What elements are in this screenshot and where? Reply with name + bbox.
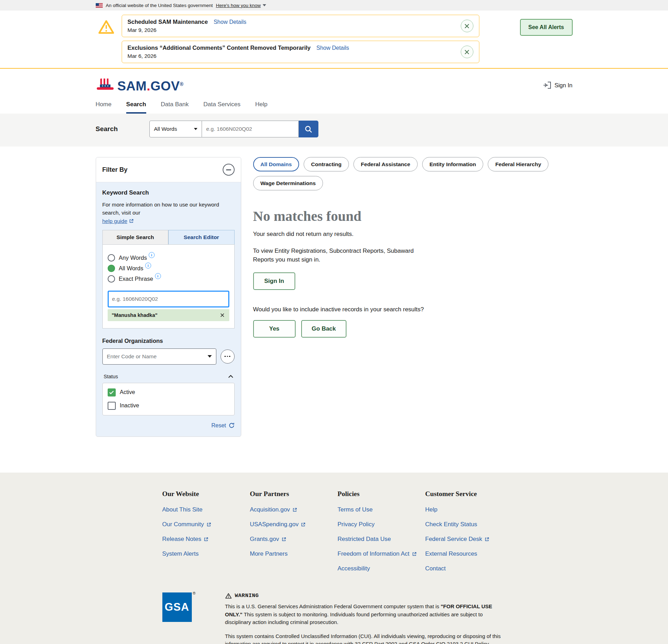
main-content: Filter By Keyword Search For more inform… — [96, 147, 573, 473]
alert-close-button[interactable] — [461, 20, 473, 32]
chevron-up-icon — [228, 375, 233, 378]
status-accordion-header[interactable]: Status — [102, 372, 235, 383]
show-details-link[interactable]: Show Details — [214, 19, 246, 25]
pill-entity-information[interactable]: Entity Information — [422, 157, 484, 171]
footer-column-customer-service: Customer Service Help Check Entity Statu… — [425, 490, 513, 580]
global-search-input[interactable] — [202, 121, 299, 137]
nav-item-data-bank[interactable]: Data Bank — [161, 101, 189, 114]
external-link-icon — [485, 537, 489, 542]
warning-triangle-icon — [98, 20, 115, 34]
results-sign-in-button[interactable]: Sign In — [253, 272, 296, 290]
alert-date: Mar 9, 2026 — [128, 27, 247, 33]
nav-item-help[interactable]: Help — [255, 101, 268, 114]
gov-banner: An official website of the United States… — [0, 0, 668, 11]
tab-simple-search[interactable]: Simple Search — [102, 230, 169, 244]
federal-organizations-placeholder: Enter Code or Name — [107, 353, 157, 360]
tab-search-editor[interactable]: Search Editor — [168, 230, 235, 244]
footer-link-external-resources[interactable]: External Resources — [425, 550, 513, 557]
search-mode-select[interactable]: All Words — [149, 121, 202, 137]
how-you-know-label: Here's how you know — [216, 3, 261, 8]
radio-any-words[interactable] — [108, 254, 115, 262]
site-footer: Our Website About This Site Our Communit… — [0, 473, 668, 644]
header-sign-in-link[interactable]: Sign In — [543, 81, 572, 89]
sign-in-label: Sign In — [554, 82, 572, 89]
footer-column-our-partners: Our Partners Acquisition.gov USASpending… — [250, 490, 338, 580]
warning-paragraph-2: This system contains Controlled Unclassi… — [225, 632, 502, 644]
footer-link-usaspending-gov[interactable]: USASpending.gov — [250, 521, 338, 528]
info-icon[interactable] — [155, 273, 161, 279]
keyword-chip: "Manusha khadka" — [108, 309, 229, 321]
external-link-icon — [204, 537, 208, 542]
alert-close-button[interactable] — [461, 46, 473, 58]
alert-banner: Exclusions “Additional Comments” Content… — [122, 41, 479, 63]
alert-banner: Scheduled SAM Maintenance Show Details M… — [122, 15, 479, 37]
footer-link-our-community[interactable]: Our Community — [162, 521, 250, 528]
keyword-search-input[interactable] — [108, 291, 229, 307]
organizations-more-button[interactable] — [221, 350, 235, 364]
system-warning: WARNING This is a U.S. General Services … — [225, 592, 502, 644]
footer-link-terms-of-use[interactable]: Terms of Use — [338, 506, 425, 513]
page: An official website of the United States… — [0, 0, 668, 644]
checkbox-inactive[interactable] — [108, 402, 116, 410]
footer-link-more-partners[interactable]: More Partners — [250, 550, 338, 557]
search-band-label: Search — [96, 125, 118, 133]
help-guide-link[interactable]: help guide — [102, 218, 134, 224]
footer-link-privacy-policy[interactable]: Privacy Policy — [338, 521, 425, 528]
go-back-button[interactable]: Go Back — [301, 320, 346, 338]
show-details-link[interactable]: Show Details — [316, 45, 349, 51]
alerts-section: Scheduled SAM Maintenance Show Details M… — [0, 11, 668, 69]
footer-link-release-notes[interactable]: Release Notes — [162, 536, 250, 543]
footer-link-contact[interactable]: Contact — [425, 565, 513, 572]
yes-button[interactable]: Yes — [253, 320, 296, 338]
footer-link-about-this-site[interactable]: About This Site — [162, 506, 250, 513]
info-icon[interactable] — [149, 252, 155, 258]
footer-link-foia[interactable]: Freedom of Information Act — [338, 550, 425, 557]
radio-exact-phrase[interactable] — [108, 275, 115, 283]
site-header: SAM.GOV® Sign In — [0, 69, 668, 95]
how-you-know-link[interactable]: Here's how you know — [216, 3, 266, 8]
footer-link-help[interactable]: Help — [425, 506, 513, 513]
info-icon[interactable] — [145, 263, 151, 269]
alert-title: Exclusions “Additional Comments” Content… — [128, 45, 311, 51]
alerts-list: Scheduled SAM Maintenance Show Details M… — [122, 15, 479, 63]
see-all-alerts-button[interactable]: See All Alerts — [520, 19, 573, 36]
footer-link-system-alerts[interactable]: System Alerts — [162, 550, 250, 557]
alert-date: Mar 6, 2026 — [128, 53, 349, 59]
footer-column-our-website: Our Website About This Site Our Communit… — [162, 490, 250, 580]
footer-link-accessibility[interactable]: Accessibility — [338, 565, 425, 572]
pill-federal-hierarchy[interactable]: Federal Hierarchy — [488, 157, 548, 171]
gsa-registered-mark: ® — [193, 591, 196, 595]
search-submit-button[interactable] — [299, 121, 318, 137]
pill-all-domains[interactable]: All Domains — [253, 157, 299, 171]
no-results-text: Your search did not return any results. — [253, 231, 573, 238]
reset-filters-link[interactable]: Reset — [211, 422, 226, 429]
logo-wordmark: SAM.GOV® — [117, 80, 184, 93]
footer-link-check-entity-status[interactable]: Check Entity Status — [425, 521, 513, 528]
footer-link-grants-gov[interactable]: Grants.gov — [250, 536, 338, 543]
radio-all-words[interactable] — [108, 265, 115, 272]
alert-title: Scheduled SAM Maintenance — [128, 19, 208, 25]
filter-panel: Filter By Keyword Search For more inform… — [96, 157, 241, 437]
footer-link-acquisition-gov[interactable]: Acquisition.gov — [250, 506, 338, 513]
external-link-icon — [412, 552, 417, 556]
chip-remove-button[interactable] — [220, 312, 225, 318]
pill-contracting[interactable]: Contracting — [304, 157, 349, 171]
keyword-info-text: For more information on how to use our k… — [102, 201, 235, 217]
footer-column-policies: Policies Terms of Use Privacy Policy Res… — [338, 490, 425, 580]
footer-link-federal-service-desk[interactable]: Federal Service Desk — [425, 536, 513, 543]
nav-item-data-services[interactable]: Data Services — [203, 101, 241, 114]
warning-heading: WARNING — [235, 592, 259, 599]
federal-organizations-select[interactable]: Enter Code or Name — [102, 348, 216, 365]
footer-link-restricted-data-use[interactable]: Restricted Data Use — [338, 536, 425, 543]
filter-panel-title: Filter By — [102, 166, 128, 174]
sam-gov-logo[interactable]: SAM.GOV® — [96, 78, 184, 93]
pill-federal-assistance[interactable]: Federal Assistance — [353, 157, 418, 171]
nav-item-search[interactable]: Search — [126, 101, 146, 114]
collapse-filters-button[interactable] — [223, 164, 235, 176]
close-icon — [464, 49, 470, 55]
reset-icon — [229, 422, 235, 428]
nav-item-home[interactable]: Home — [96, 101, 112, 114]
checkbox-active[interactable] — [108, 388, 116, 396]
pill-wage-determinations[interactable]: Wage Determinations — [253, 176, 323, 190]
radio-exact-phrase-label: Exact Phrase — [119, 276, 153, 282]
